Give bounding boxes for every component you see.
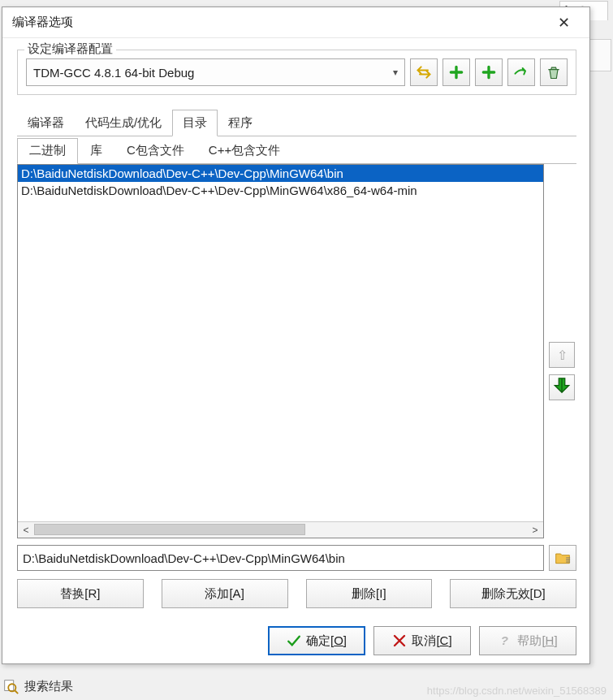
path-value: D:\BaiduNetdiskDownload\Dev-C++\Dev-Cpp\… [23, 551, 345, 565]
window-title: 编译器选项 [12, 15, 547, 30]
delete-invalid-button[interactable]: 删除无效[D] [450, 579, 576, 608]
scroll-left-icon[interactable]: < [18, 525, 34, 536]
group-label: 设定编译器配置 [24, 41, 116, 57]
compiler-selected-value: TDM-GCC 4.8.1 64-bit Debug [33, 66, 194, 80]
replace-button[interactable]: 替换[R] [17, 579, 144, 608]
subtab-binary[interactable]: 二进制 [17, 138, 78, 164]
question-icon: ? [498, 633, 512, 648]
cancel-button[interactable]: 取消[C] [373, 626, 471, 655]
help-button[interactable]: ? 帮助[H] [479, 626, 576, 655]
svg-text:?: ? [501, 633, 508, 647]
check-icon [287, 633, 301, 648]
tab-directories[interactable]: 目录 [172, 110, 218, 136]
arrow-down-icon [550, 375, 574, 400]
compiler-config-group: 设定编译器配置 TDM-GCC 4.8.1 64-bit Debug ▾ [17, 50, 576, 95]
tab-codegen[interactable]: 代码生成/优化 [75, 110, 172, 136]
chevron-down-icon: ▾ [393, 67, 398, 78]
browse-button[interactable] [549, 545, 576, 571]
tab-programs[interactable]: 程序 [218, 110, 263, 136]
dir-subtabs: 二进制 库 C包含文件 C++包含文件 [17, 138, 576, 164]
find-compiler-button[interactable] [507, 58, 535, 86]
add-compiler-button[interactable] [442, 58, 470, 86]
main-tabs: 编译器 代码生成/优化 目录 程序 [17, 110, 576, 136]
dialog-window: 编译器选项 ✕ 设定编译器配置 TDM-GCC 4.8.1 64-bit Deb… [2, 6, 590, 664]
cancel-label: 取消[C] [412, 633, 451, 649]
list-items: D:\BaiduNetdiskDownload\Dev-C++\Dev-Cpp\… [18, 165, 543, 521]
scroll-right-icon[interactable]: > [527, 525, 543, 536]
close-icon: ✕ [558, 14, 570, 32]
watermark: https://blog.csdn.net/weixin_51568389 [427, 685, 607, 697]
search-icon [2, 677, 19, 695]
status-text: 搜索结果 [24, 679, 73, 694]
trash-icon [546, 64, 562, 80]
close-button[interactable]: ✕ [547, 11, 580, 35]
x-icon [392, 633, 407, 648]
arrow-up-icon: ⇧ [557, 348, 568, 363]
list-item[interactable]: D:\BaiduNetdiskDownload\Dev-C++\Dev-Cpp\… [18, 182, 543, 199]
subtab-lib[interactable]: 库 [78, 138, 114, 164]
delete-compiler-button[interactable] [540, 58, 568, 86]
list-item[interactable]: D:\BaiduNetdiskDownload\Dev-C++\Dev-Cpp\… [18, 165, 543, 182]
compiler-dropdown[interactable]: TDM-GCC 4.8.1 64-bit Debug ▾ [26, 58, 405, 86]
ok-button[interactable]: 确定[O] [268, 626, 365, 655]
delete-button[interactable]: 删除[I] [306, 579, 433, 608]
scrollbar-track[interactable] [34, 522, 527, 538]
arrow-right-icon [513, 64, 529, 80]
folder-icon [555, 550, 571, 566]
directory-listbox[interactable]: D:\BaiduNetdiskDownload\Dev-C++\Dev-Cpp\… [17, 164, 544, 538]
tab-compiler[interactable]: 编译器 [17, 110, 75, 136]
add-button[interactable]: 添加[A] [162, 579, 288, 608]
rename-compiler-button[interactable] [410, 58, 438, 86]
dialog-content: 设定编译器配置 TDM-GCC 4.8.1 64-bit Debug ▾ [2, 38, 589, 663]
plus-icon [448, 64, 464, 80]
status-bar: 搜索结果 [2, 677, 73, 695]
move-up-button[interactable]: ⇧ [549, 342, 575, 368]
subtab-cpp-include[interactable]: C++包含文件 [196, 138, 292, 164]
path-input[interactable]: D:\BaiduNetdiskDownload\Dev-C++\Dev-Cpp\… [17, 545, 544, 571]
arrows-icon [416, 64, 432, 80]
scrollbar-thumb[interactable] [34, 524, 305, 535]
titlebar: 编译器选项 ✕ [2, 7, 589, 38]
move-down-button[interactable] [549, 374, 575, 400]
horizontal-scrollbar[interactable]: < > [18, 521, 543, 538]
add-empty-compiler-button[interactable] [475, 58, 503, 86]
plus-icon [481, 64, 497, 80]
background-panel-fragment [589, 39, 611, 71]
reorder-buttons: ⇧ [549, 164, 576, 538]
subtab-c-include[interactable]: C包含文件 [114, 138, 196, 164]
help-label: 帮助[H] [517, 633, 557, 649]
ok-label: 确定[O] [306, 633, 347, 649]
